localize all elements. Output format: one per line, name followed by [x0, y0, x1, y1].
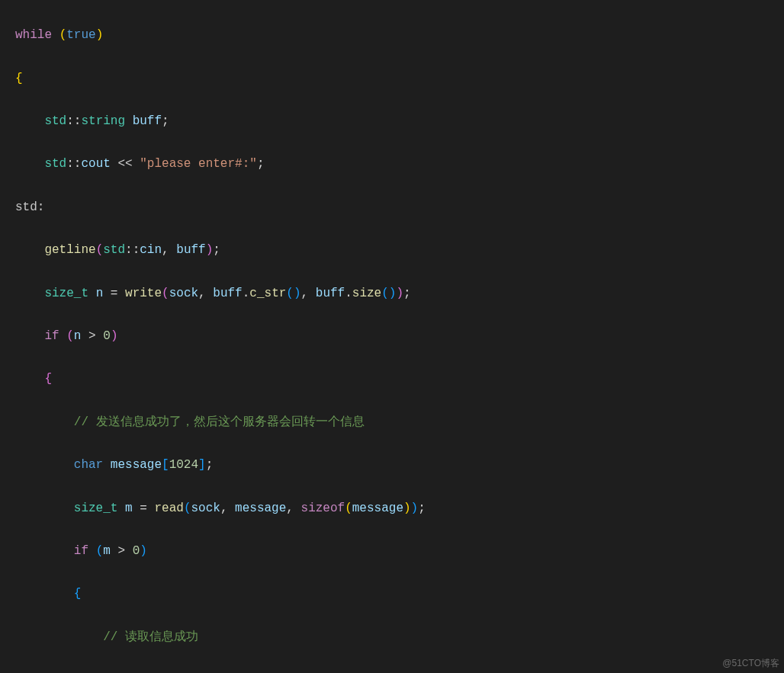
code-line: size_t m = read(sock, message, sizeof(me…	[0, 498, 784, 519]
code-line: {	[0, 68, 784, 89]
watermark: @51CTO博客	[722, 657, 779, 670]
code-line: std::cout << "server echo:" << message <…	[0, 669, 784, 673]
literal-true: true	[66, 28, 95, 42]
code-line: // 发送信息成功了，然后这个服务器会回转一个信息	[0, 412, 784, 433]
keyword-while: while	[15, 28, 52, 42]
code-line: char message[1024];	[0, 454, 784, 476]
code-line: // 读取信息成功	[0, 627, 784, 648]
code-line: std::string buff;	[0, 111, 784, 132]
code-line: if (n > 0)	[0, 325, 784, 347]
code-line: if (m > 0)	[0, 540, 784, 562]
code-line: std::cout << "please enter#:";	[0, 153, 784, 175]
code-line: while (true)	[0, 24, 784, 46]
code-line: {	[0, 583, 784, 604]
code-editor[interactable]: while (true) { std::string buff; std::co…	[0, 0, 784, 673]
code-line: {	[0, 368, 784, 389]
code-line: std:	[0, 197, 784, 218]
code-line: size_t n = write(sock, buff.c_str(), buf…	[0, 283, 784, 304]
code-line: getline(std::cin, buff);	[0, 239, 784, 261]
